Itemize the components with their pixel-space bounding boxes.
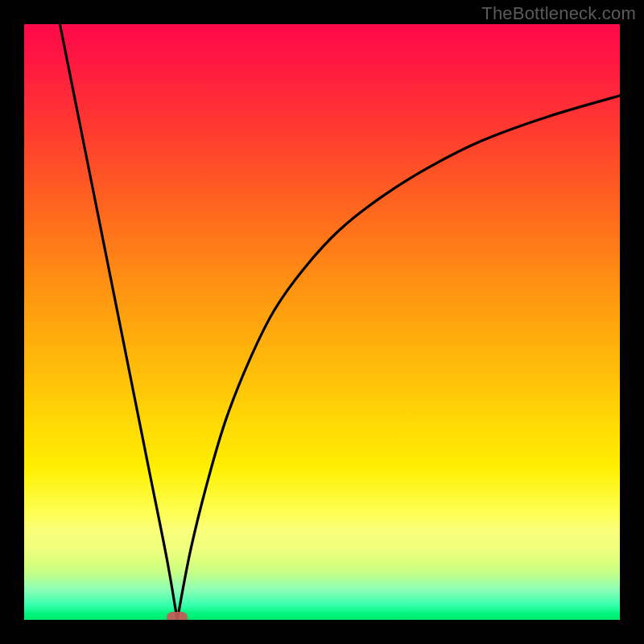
- plot-area: [24, 24, 620, 620]
- curve-svg: [24, 24, 620, 620]
- curve-path-right: [177, 96, 620, 620]
- curve-path-left: [60, 24, 177, 620]
- chart-frame: TheBottleneck.com: [0, 0, 644, 644]
- min-marker: [167, 612, 188, 620]
- watermark-text: TheBottleneck.com: [481, 3, 636, 24]
